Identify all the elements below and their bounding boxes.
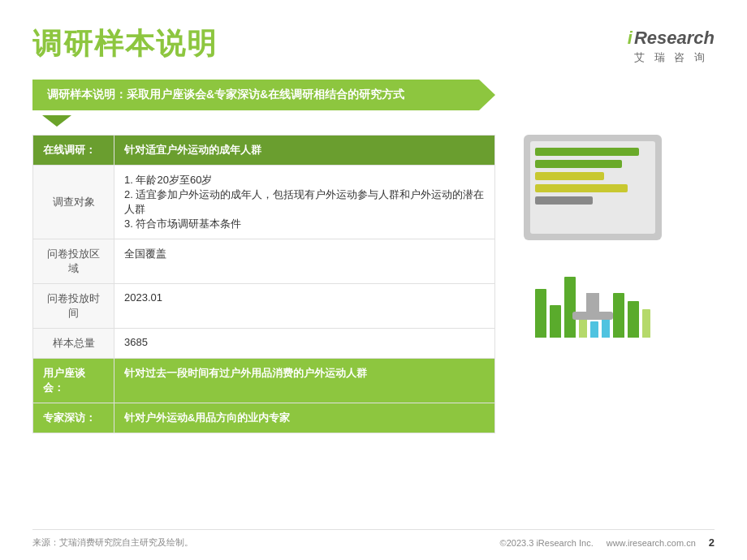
logo-research: Research: [634, 28, 715, 49]
logo-subtitle: 艾 瑞 咨 询: [634, 50, 708, 65]
footer-copyright: ©2023.3 iResearch Inc.: [500, 538, 594, 548]
monitor-body: [524, 135, 662, 240]
city-bar: [642, 309, 650, 338]
table-row: 在线调研：针对适宜户外运动的成年人群: [33, 136, 495, 166]
table-row: 样本总量3685: [33, 329, 495, 359]
table-row: 用户座谈会：针对过去一段时间有过户外用品消费的户外运动人群: [33, 359, 495, 403]
monitor-stand-neck: [586, 293, 599, 313]
city-bar: [564, 277, 576, 338]
banner-text: 调研样本说明：采取用户座谈会&专家深访&在线调研相结合的研究方式: [47, 88, 404, 101]
table-row: 专家深访：针对户外运动&用品方向的业内专家: [33, 403, 495, 433]
screen-row: [535, 160, 622, 168]
table-row: 调查对象1. 年龄20岁至60岁 2. 适宜参加户外运动的成年人，包括现有户外运…: [33, 166, 495, 239]
illustration-section: [471, 127, 715, 354]
screen-row: [535, 196, 593, 205]
city-bar: [590, 321, 598, 338]
footer: 来源：艾瑞消费研究院自主研究及绘制。 ©2023.3 iResearch Inc…: [32, 529, 715, 549]
header: 调研样本说明 i Research 艾 瑞 咨 询: [32, 24, 715, 65]
table-section: 在线调研：针对适宜户外运动的成年人群调查对象1. 年龄20岁至60岁 2. 适宜…: [32, 135, 495, 433]
monitor-wrap: [471, 127, 715, 338]
info-table: 在线调研：针对适宜户外运动的成年人群调查对象1. 年龄20岁至60岁 2. 适宜…: [32, 135, 495, 433]
logo-area: i Research 艾 瑞 咨 询: [628, 28, 715, 65]
footer-right: ©2023.3 iResearch Inc. www.iresearch.com…: [500, 536, 715, 549]
footer-website: www.iresearch.com.cn: [607, 538, 696, 548]
screen-row: [535, 184, 628, 192]
city-bar: [613, 293, 624, 338]
city-bar: [628, 301, 639, 338]
screen-row: [535, 148, 639, 156]
banner: 调研样本说明：采取用户座谈会&专家深访&在线调研相结合的研究方式: [32, 80, 495, 110]
table-row: 问卷投放时间2023.01: [33, 284, 495, 329]
page-title: 调研样本说明: [32, 24, 218, 64]
city-bar: [602, 317, 610, 338]
monitor-screen: [530, 141, 655, 234]
footer-page: 2: [709, 536, 715, 549]
city-bar: [535, 289, 546, 338]
city-bar: [550, 305, 561, 338]
logo-iresearch: i Research: [628, 28, 715, 49]
monitor-stand-base: [572, 312, 613, 320]
content-area: 在线调研：针对适宜户外运动的成年人群调查对象1. 年龄20岁至60岁 2. 适宜…: [32, 135, 715, 433]
footer-source: 来源：艾瑞消费研究院自主研究及绘制。: [32, 536, 193, 549]
page: 调研样本说明 i Research 艾 瑞 咨 询 调研样本说明：采取用户座谈会…: [0, 0, 747, 560]
screen-row: [535, 172, 604, 180]
banner-arrow: [42, 115, 71, 127]
table-row: 问卷投放区域全国覆盖: [33, 239, 495, 284]
logo-i: i: [628, 28, 633, 49]
